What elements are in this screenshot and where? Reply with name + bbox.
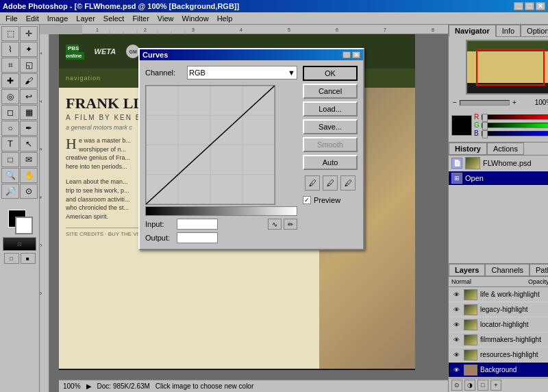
layer-eye-icon[interactable]: 👁 bbox=[451, 305, 461, 315]
layer-eye-icon[interactable]: 👁 bbox=[451, 365, 461, 375]
layer-name: life & work-highlight bbox=[480, 291, 548, 298]
tab-channels[interactable]: Channels bbox=[485, 264, 529, 276]
curve-canvas[interactable] bbox=[145, 85, 275, 205]
pen-tool[interactable]: ✒ bbox=[20, 121, 38, 136]
layer-eye-icon[interactable]: 👁 bbox=[451, 350, 461, 360]
layer-item-locator[interactable]: 👁 locator-highlight bbox=[449, 317, 548, 332]
menu-filter[interactable]: Filter bbox=[128, 14, 153, 23]
load-button[interactable]: Load... bbox=[303, 101, 358, 117]
notes-tool[interactable]: ✉ bbox=[20, 152, 38, 167]
tab-navigator[interactable]: Navigator bbox=[449, 25, 496, 37]
tab-actions[interactable]: Actions bbox=[487, 143, 524, 155]
zoom-out-button[interactable]: − bbox=[453, 99, 457, 106]
menu-select[interactable]: Select bbox=[99, 14, 129, 23]
channel-select[interactable]: RGB ▼ bbox=[187, 66, 297, 79]
r-slider[interactable] bbox=[482, 114, 548, 120]
move-tool[interactable]: ✛ bbox=[20, 26, 38, 41]
tab-paths[interactable]: Paths bbox=[530, 264, 548, 276]
curve-icon-1[interactable]: ∿ bbox=[268, 219, 282, 230]
menu-window[interactable]: Window bbox=[178, 14, 213, 23]
marquee-tool[interactable]: ⬚ bbox=[1, 26, 19, 41]
layer-item-filmmakers[interactable]: 👁 filmmakers-highlight bbox=[449, 332, 548, 347]
close-button[interactable]: ✕ bbox=[536, 2, 545, 10]
curves-close[interactable]: ✕ bbox=[352, 51, 360, 58]
zoom-tool[interactable]: 🔎 bbox=[1, 184, 19, 199]
white-point-eyedropper[interactable]: 🖊 bbox=[340, 175, 356, 191]
full-screen[interactable]: ■ bbox=[21, 253, 36, 264]
crop-tool[interactable]: ⌗ bbox=[1, 58, 19, 73]
layer-item-legacy[interactable]: 👁 legacy-highlight bbox=[449, 302, 548, 317]
new-layer-button[interactable]: + bbox=[490, 380, 501, 391]
ok-button[interactable]: OK bbox=[303, 66, 358, 81]
menu-view[interactable]: View bbox=[153, 14, 178, 23]
tab-layers[interactable]: Layers bbox=[449, 264, 485, 276]
hand-tool[interactable]: ✋ bbox=[20, 168, 38, 183]
lasso-tool[interactable]: ⌇ bbox=[1, 42, 19, 57]
maximize-button[interactable]: □ bbox=[525, 2, 534, 10]
auto-button[interactable]: Auto bbox=[303, 155, 358, 170]
slice-tool[interactable]: ◱ bbox=[20, 58, 38, 73]
layer-thumb bbox=[464, 319, 477, 330]
extra-tool[interactable]: ⊙ bbox=[20, 184, 38, 199]
new-group-button[interactable]: □ bbox=[477, 380, 488, 391]
curves-minimize[interactable]: _ bbox=[342, 51, 351, 58]
zoom-slider[interactable] bbox=[460, 100, 510, 106]
svg-text:6: 6 bbox=[336, 27, 338, 32]
layer-eye-icon[interactable]: 👁 bbox=[451, 290, 461, 299]
brush-tool[interactable]: 🖌 bbox=[20, 73, 38, 88]
layer-thumb bbox=[464, 334, 477, 345]
layer-item-background[interactable]: 👁 Background bbox=[449, 363, 548, 378]
tab-info[interactable]: Info bbox=[496, 25, 521, 37]
gray-point-eyedropper[interactable]: 🖊 bbox=[323, 175, 338, 191]
clone-tool[interactable]: ◎ bbox=[1, 89, 19, 104]
shape-tool[interactable]: □ bbox=[1, 152, 19, 167]
adjustment-layer-button[interactable]: ◑ bbox=[464, 380, 475, 391]
standard-screen[interactable]: □ bbox=[4, 253, 19, 264]
input-value[interactable] bbox=[177, 219, 218, 230]
menu-layer[interactable]: Layer bbox=[72, 14, 99, 23]
preview-checkbox[interactable]: ✓ bbox=[303, 196, 311, 204]
svg-text:5: 5 bbox=[288, 27, 290, 32]
eyedropper-tool[interactable]: 🔍 bbox=[1, 168, 19, 183]
minimize-button[interactable]: _ bbox=[514, 2, 523, 10]
tab-options[interactable]: Options bbox=[521, 25, 548, 37]
save-button[interactable]: Save... bbox=[303, 119, 358, 134]
heal-tool[interactable]: ✚ bbox=[1, 73, 19, 88]
curve-icon-2[interactable]: ✏ bbox=[284, 219, 297, 230]
black-point-eyedropper[interactable]: 🖊 bbox=[305, 175, 320, 191]
r-channel-row: R 0 bbox=[474, 113, 548, 121]
magic-wand-tool[interactable]: ✦ bbox=[20, 42, 38, 57]
add-mask-button[interactable]: ⊙ bbox=[451, 380, 462, 391]
layer-item-resources[interactable]: 👁 resources-highlight bbox=[449, 347, 548, 363]
canvas-area[interactable]: PBSonline WETA GM General Motors navigat… bbox=[49, 34, 448, 392]
type-tool[interactable]: T bbox=[1, 136, 19, 151]
background-color[interactable] bbox=[15, 217, 33, 234]
tab-history[interactable]: History bbox=[449, 143, 487, 155]
history-brush-tool[interactable]: ↩ bbox=[20, 89, 38, 104]
b-slider[interactable] bbox=[482, 131, 548, 136]
color-swatch[interactable] bbox=[451, 115, 472, 136]
g-slider[interactable] bbox=[482, 123, 548, 128]
smooth-button[interactable]: Smooth bbox=[303, 137, 358, 152]
menu-image[interactable]: Image bbox=[43, 14, 73, 23]
gradient-tool[interactable]: ▦ bbox=[20, 105, 38, 120]
path-select-tool[interactable]: ↖ bbox=[20, 136, 38, 151]
mode-quick-mask[interactable]: ⊡ bbox=[3, 237, 36, 251]
output-value[interactable] bbox=[177, 232, 218, 243]
history-item-file[interactable]: 📄 FLWhome.psd bbox=[449, 156, 548, 171]
layer-thumb bbox=[464, 289, 477, 300]
eraser-tool[interactable]: ◻ bbox=[1, 105, 19, 120]
history-item-open[interactable]: ⊞ Open bbox=[449, 171, 548, 186]
menu-file[interactable]: File bbox=[1, 14, 22, 23]
zoom-value: 100% bbox=[519, 99, 548, 106]
layer-item-life[interactable]: 👁 life & work-highlight bbox=[449, 287, 548, 302]
zoom-in-button[interactable]: + bbox=[512, 99, 516, 106]
layer-eye-icon[interactable]: 👁 bbox=[451, 320, 461, 330]
cancel-button[interactable]: Cancel bbox=[303, 84, 358, 99]
layer-eye-icon[interactable]: 👁 bbox=[451, 335, 461, 345]
svg-text:5: 5 bbox=[40, 244, 42, 247]
menu-edit[interactable]: Edit bbox=[22, 14, 43, 23]
dodge-tool[interactable]: ○ bbox=[1, 121, 19, 136]
right-panel: Navigator Info Options ✕ − + 100% bbox=[448, 25, 548, 392]
menu-help[interactable]: Help bbox=[213, 14, 237, 23]
